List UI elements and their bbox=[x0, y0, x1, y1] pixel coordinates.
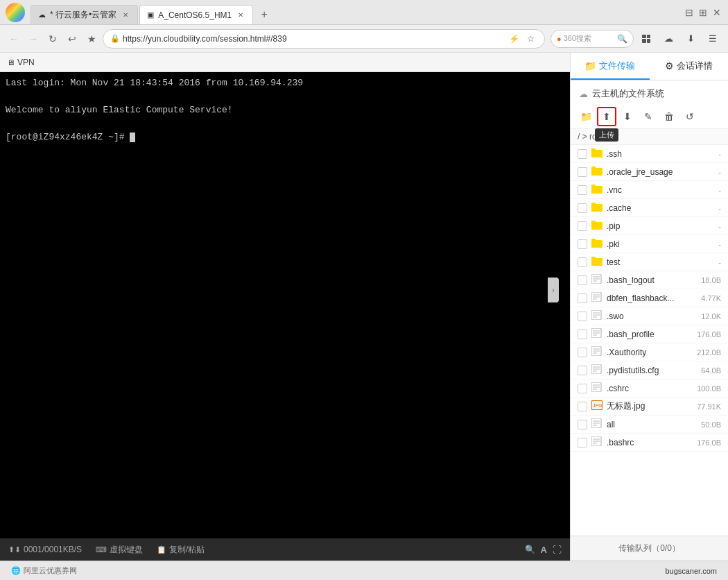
tab-file-transfer[interactable]: 📁 文件传输 bbox=[571, 53, 650, 80]
file-size: - bbox=[686, 150, 721, 158]
copy-paste-button[interactable]: 📋 复制/粘贴 bbox=[157, 544, 205, 556]
list-item[interactable]: .bash_profile176.0B bbox=[571, 325, 728, 343]
forward-button[interactable]: → bbox=[25, 31, 42, 47]
list-item[interactable]: .ssh- bbox=[571, 145, 728, 163]
file-checkbox[interactable] bbox=[578, 221, 587, 231]
list-item[interactable]: all50.0B bbox=[571, 416, 728, 434]
file-name: dbfen_flashback... bbox=[607, 293, 682, 303]
list-item[interactable]: JPG无标题.jpg77.91K bbox=[571, 398, 728, 416]
file-icon bbox=[591, 364, 603, 376]
search-icon: 🔍 bbox=[617, 34, 627, 44]
file-icon bbox=[591, 328, 603, 340]
file-checkbox[interactable] bbox=[578, 384, 587, 393]
file-checkbox[interactable] bbox=[578, 239, 587, 249]
tab1-close[interactable]: ✕ bbox=[121, 10, 130, 20]
new-folder-button[interactable]: 📁 bbox=[576, 107, 596, 126]
home-button[interactable]: ↩ bbox=[64, 31, 80, 47]
file-checkbox[interactable] bbox=[578, 348, 587, 357]
file-checkbox[interactable] bbox=[578, 366, 587, 375]
file-checkbox[interactable] bbox=[578, 275, 587, 285]
address-bar[interactable]: 🔒 https://yun.cloudbility.com/session.ht… bbox=[103, 29, 545, 49]
file-name: .bashrc bbox=[607, 438, 682, 447]
refresh-fs-button[interactable]: ↺ bbox=[680, 107, 700, 126]
delete-button[interactable]: 🗑 bbox=[659, 107, 679, 126]
file-checkbox[interactable] bbox=[578, 257, 587, 267]
list-item[interactable]: .cshrc100.0B bbox=[571, 379, 728, 398]
transfer-queue[interactable]: 传输队列（0/0） bbox=[571, 536, 728, 561]
file-size: 100.0B bbox=[686, 384, 721, 393]
font-size-icon[interactable]: A bbox=[541, 545, 547, 555]
list-item[interactable]: dbfen_flashback...4.77K bbox=[571, 289, 728, 307]
file-checkbox[interactable] bbox=[578, 420, 587, 429]
list-item[interactable]: .bash_logout18.0B bbox=[571, 271, 728, 289]
search-placeholder: 360搜索 bbox=[564, 33, 591, 44]
list-item[interactable]: .pydistutils.cfg64.0B bbox=[571, 361, 728, 379]
gear-icon: ⚙ bbox=[665, 60, 674, 71]
file-name: .pki bbox=[607, 239, 682, 249]
file-checkbox[interactable] bbox=[578, 312, 587, 321]
apps-icon[interactable] bbox=[636, 29, 656, 49]
tab2-close[interactable]: ✕ bbox=[236, 10, 245, 20]
file-icon bbox=[591, 436, 603, 448]
list-item[interactable]: .bashrc176.0B bbox=[571, 434, 728, 452]
rename-button[interactable]: ✎ bbox=[639, 107, 658, 126]
refresh-button[interactable]: ↻ bbox=[44, 31, 61, 47]
file-name: test bbox=[607, 257, 682, 267]
download-icon[interactable]: ⬇ bbox=[681, 29, 700, 49]
file-checkbox[interactable] bbox=[578, 149, 587, 159]
upload-button[interactable]: ⬆ bbox=[597, 107, 616, 126]
vpn-label: VPN bbox=[17, 58, 35, 67]
minimize-icon[interactable]: ⊟ bbox=[684, 7, 695, 18]
svg-rect-1 bbox=[591, 148, 596, 151]
folder-icon bbox=[591, 256, 603, 268]
file-name: .bash_profile bbox=[607, 330, 682, 339]
list-item[interactable]: test- bbox=[571, 253, 728, 271]
file-checkbox[interactable] bbox=[578, 167, 587, 177]
star-icon[interactable]: ☆ bbox=[523, 32, 537, 46]
tab-session-detail[interactable]: ⚙ 会话详情 bbox=[650, 53, 729, 80]
tab-1[interactable]: ☁ * 行云服务•云管家 ✕ bbox=[31, 5, 138, 24]
search-box[interactable]: ● 360搜索 🔍 bbox=[551, 30, 634, 48]
download-button[interactable]: ⬇ bbox=[618, 107, 637, 126]
new-tab-button[interactable]: + bbox=[254, 6, 274, 23]
file-name: .vnc bbox=[607, 185, 682, 195]
list-item[interactable]: .cache- bbox=[571, 199, 728, 217]
file-name: 无标题.jpg bbox=[607, 400, 682, 412]
back-button[interactable]: ← bbox=[6, 31, 22, 47]
close-icon[interactable]: ✕ bbox=[711, 7, 722, 18]
file-checkbox[interactable] bbox=[578, 203, 587, 213]
keyboard-icon: ⌨ bbox=[96, 545, 107, 554]
fullscreen-icon[interactable]: ⛶ bbox=[553, 545, 562, 555]
transfer-queue-label: 传输队列（0/0） bbox=[618, 543, 680, 554]
file-checkbox[interactable] bbox=[578, 293, 587, 303]
svg-rect-3 bbox=[591, 167, 596, 169]
menu-icon[interactable]: ☰ bbox=[703, 29, 722, 49]
terminal-cursor bbox=[130, 133, 135, 142]
list-item[interactable]: .oracle_jre_usage- bbox=[571, 163, 728, 181]
bookmark-button[interactable]: ★ bbox=[83, 31, 100, 47]
maximize-icon[interactable]: ⊞ bbox=[697, 7, 709, 18]
lightning-icon[interactable]: ⚡ bbox=[507, 32, 521, 46]
main-content: 🖥 VPN Last login: Mon Nov 21 18:43:54 20… bbox=[0, 53, 728, 561]
file-checkbox[interactable] bbox=[578, 402, 587, 411]
zoom-in-icon[interactable]: 🔍 bbox=[525, 545, 535, 555]
list-item[interactable]: .Xauthority212.0B bbox=[571, 343, 728, 361]
panel-collapse-button[interactable]: › bbox=[548, 278, 559, 302]
keyboard-button[interactable]: ⌨ 虚拟键盘 bbox=[96, 544, 143, 556]
nav-bar: ← → ↻ ↩ ★ 🔒 https://yun.cloudbility.com/… bbox=[0, 25, 728, 53]
terminal-body[interactable]: Last login: Mon Nov 21 18:43:54 2016 fro… bbox=[0, 72, 570, 538]
list-item[interactable]: .pip- bbox=[571, 217, 728, 235]
list-item[interactable]: .swo12.0K bbox=[571, 307, 728, 325]
cloud-icon[interactable]: ☁ bbox=[659, 29, 678, 49]
zoom-controls: 🔍 A ⛶ bbox=[525, 545, 562, 555]
file-checkbox[interactable] bbox=[578, 438, 587, 447]
list-item[interactable]: .vnc- bbox=[571, 181, 728, 199]
file-checkbox[interactable] bbox=[578, 185, 587, 195]
svg-rect-4 bbox=[591, 186, 603, 194]
file-icon bbox=[591, 292, 603, 304]
file-icon bbox=[591, 274, 603, 286]
list-item[interactable]: .pki- bbox=[571, 235, 728, 253]
tab2-favicon: ▣ bbox=[147, 10, 154, 19]
file-checkbox[interactable] bbox=[578, 330, 587, 339]
tab-2[interactable]: ▣ A_CentOS6.5_HM1 ✕ bbox=[139, 5, 253, 24]
